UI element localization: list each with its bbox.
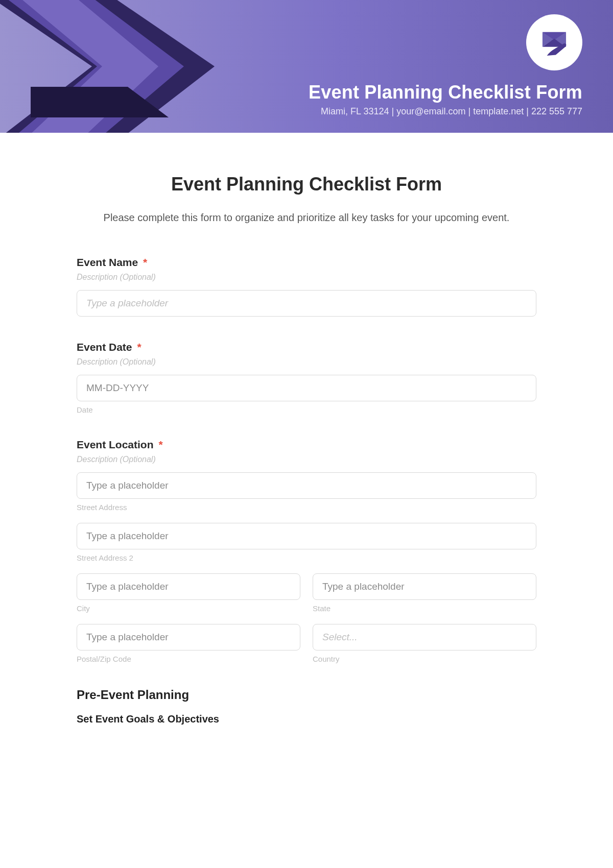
event-location-hint: Description (Optional) [77,455,536,464]
header-banner: Event Planning Checklist Form Miami, FL … [0,0,613,133]
country-sublabel: Country [313,655,536,663]
event-date-hint: Description (Optional) [77,357,536,367]
field-event-date: Event Date * Description (Optional) Date [77,341,536,414]
postal-sublabel: Postal/Zip Code [77,655,300,663]
section-pre-event-sub1: Set Event Goals & Objectives [77,713,536,725]
street-address-sublabel: Street Address [77,503,536,512]
city-sublabel: City [77,604,300,613]
event-date-label: Event Date [77,341,132,353]
country-select[interactable] [313,624,536,650]
event-name-hint: Description (Optional) [77,273,536,282]
form-container: Event Planning Checklist Form Please com… [77,133,536,725]
brand-logo [526,14,582,70]
page-description: Please complete this form to organize an… [85,209,528,226]
street-address-2-input[interactable] [77,523,536,549]
city-input[interactable] [77,573,300,600]
banner-title: Event Planning Checklist Form [309,82,582,103]
state-sublabel: State [313,604,536,613]
event-name-input[interactable] [77,290,536,317]
banner-subtitle: Miami, FL 33124 | your@email.com | templ… [309,106,582,117]
event-location-label: Event Location [77,439,154,450]
street-address-2-sublabel: Street Address 2 [77,553,536,562]
required-mark: * [158,439,162,450]
postal-input[interactable] [77,624,300,650]
field-event-name: Event Name * Description (Optional) [77,256,536,317]
envelope-hand-icon [536,24,573,61]
required-mark: * [143,256,147,268]
event-date-sublabel: Date [77,405,536,414]
page-title: Event Planning Checklist Form [77,174,536,195]
state-input[interactable] [313,573,536,600]
street-address-input[interactable] [77,472,536,499]
event-name-label: Event Name [77,256,138,268]
required-mark: * [137,341,141,353]
section-pre-event-heading: Pre-Event Planning [77,688,536,702]
event-date-input[interactable] [77,375,536,401]
field-event-location: Event Location * Description (Optional) … [77,439,536,663]
